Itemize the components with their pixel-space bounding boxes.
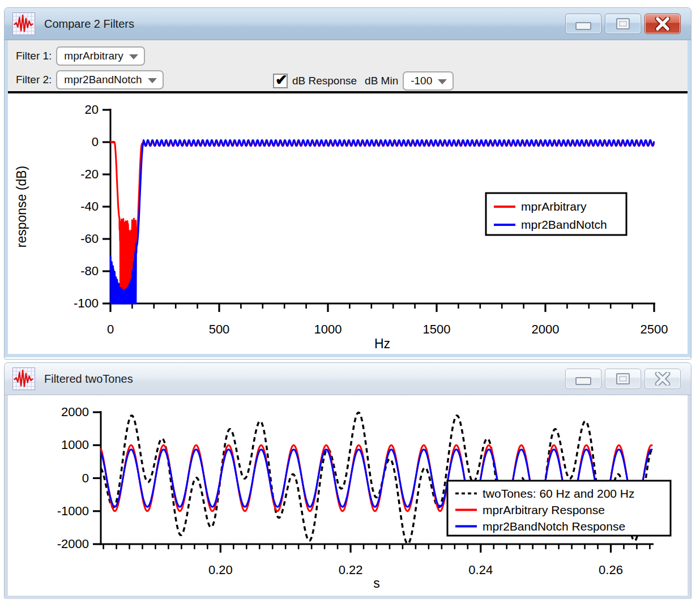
close-button[interactable] [644, 369, 681, 389]
legend-label: twoTones: 60 Hz and 200 Hz [483, 487, 635, 500]
y-tick-label: -1000 [57, 504, 89, 518]
legend-label: mpr2BandNotch Response [483, 520, 625, 533]
filter2-dropdown[interactable]: mpr2BandNotch [56, 70, 163, 89]
control-bar: Filter 1: mprArbitrary Filter 2: mpr2Ban… [8, 40, 688, 93]
x-tick-label: 1000 [314, 322, 342, 336]
desktop: Compare 2 Filters Filter 1: mprArbitrary [0, 0, 700, 603]
y-tick-label: 20 [85, 102, 99, 117]
y-tick-label: -80 [80, 264, 99, 278]
close-icon [654, 372, 671, 386]
db-min-label: dB Min [365, 75, 398, 87]
x-tick-label: 0.20 [208, 563, 233, 577]
filter1-label: Filter 1: [16, 50, 52, 62]
minimize-icon [575, 22, 591, 30]
window1-title: Compare 2 Filters [44, 18, 134, 31]
maximize-icon [616, 18, 630, 29]
db-response-label: dB Response [292, 75, 357, 87]
legend-label: mprArbitrary Response [483, 503, 605, 516]
x-axis-label: s [373, 576, 380, 591]
x-tick-label: 2500 [641, 322, 668, 336]
window-compare-2-filters: Compare 2 Filters Filter 1: mprArbitrary [5, 8, 691, 359]
filter2-label: Filter 2: [16, 74, 52, 86]
x-tick-label: 0.24 [468, 563, 493, 577]
db-min-value: -100 [411, 75, 432, 87]
check-icon: ✔ [275, 71, 288, 89]
db-min-dropdown[interactable]: -100 [403, 71, 454, 91]
x-tick-label: 0.26 [599, 563, 623, 577]
filter1-dropdown[interactable]: mprArbitrary [56, 46, 145, 66]
legend-label: mpr2BandNotch [521, 218, 607, 231]
waveform-app-icon [12, 12, 35, 35]
y-tick-label: 2000 [61, 405, 89, 419]
x-axis-label: Hz [374, 336, 390, 351]
y-tick-label: -20 [80, 167, 99, 181]
legend: mprArbitrarympr2BandNotch [486, 193, 626, 235]
x-tick-label: 2000 [532, 322, 560, 336]
legend: twoTones: 60 Hz and 200 HzmprArbitrary R… [447, 481, 671, 536]
y-tick-label: 0 [92, 135, 99, 149]
window1-titlebar[interactable]: Compare 2 Filters [5, 8, 691, 40]
chevron-down-icon [129, 54, 138, 59]
x-tick-label: 500 [209, 322, 230, 336]
maximize-icon [616, 373, 630, 384]
maximize-button[interactable] [605, 14, 641, 34]
minimize-button[interactable] [565, 369, 601, 389]
waveform-app-icon [12, 367, 35, 390]
y-tick-label: -40 [80, 199, 99, 213]
y-tick-label: 1000 [61, 438, 89, 452]
filter2-value: mpr2BandNotch [64, 74, 142, 86]
filter1-value: mprArbitrary [64, 50, 123, 62]
maximize-button[interactable] [605, 369, 641, 389]
close-button[interactable] [644, 14, 681, 34]
window2-titlebar[interactable]: Filtered twoTones [5, 363, 691, 395]
legend-label: mprArbitrary [521, 200, 587, 213]
response-chart: 200-20-40-60-80-10005001000150020002500H… [8, 93, 688, 356]
y-tick-label: 0 [82, 471, 89, 485]
db-response-checkbox[interactable]: ✔ [273, 74, 288, 88]
minimize-button[interactable] [565, 14, 601, 34]
y-tick-label: -100 [74, 296, 99, 310]
time-series-chart: 200010000-1000-20000.200.220.240.26stwoT… [8, 395, 688, 596]
chevron-down-icon [148, 78, 157, 83]
window2-title: Filtered twoTones [44, 373, 133, 386]
window-filtered-twotones: Filtered twoTones 200010000-1000-20000.2… [5, 363, 691, 598]
minimize-icon [575, 377, 591, 385]
y-tick-label: -2000 [57, 537, 89, 551]
y-axis-label: response (dB) [14, 166, 29, 247]
x-tick-label: 0.22 [339, 563, 363, 577]
close-icon [654, 17, 671, 31]
x-tick-label: 1500 [423, 322, 451, 336]
y-tick-label: -60 [80, 232, 99, 246]
chevron-down-icon [438, 79, 447, 84]
x-tick-label: 0 [107, 322, 114, 336]
